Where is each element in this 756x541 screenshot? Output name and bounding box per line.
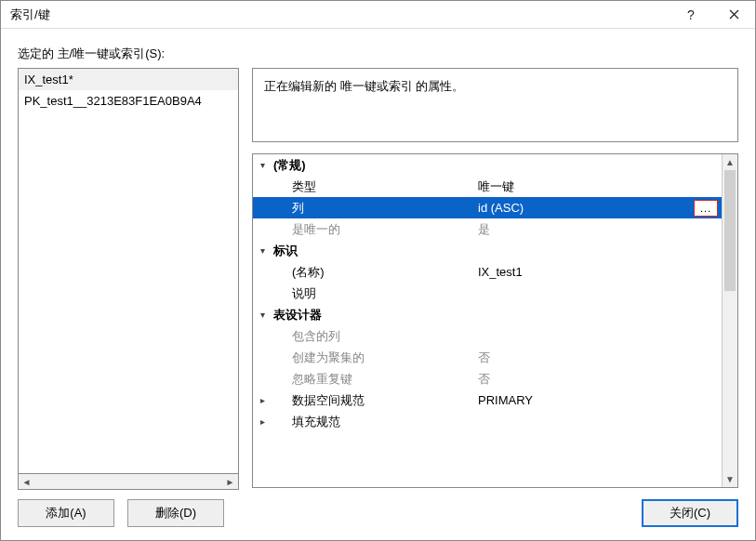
prop-row-included[interactable]: 包含的列 bbox=[253, 325, 722, 347]
prop-row-desc[interactable]: 说明 bbox=[253, 283, 722, 304]
prop-value: id (ASC) bbox=[476, 201, 694, 215]
prop-label: 填充规范 bbox=[290, 414, 476, 430]
chevron-down-icon[interactable]: ▾ bbox=[253, 310, 272, 320]
property-grid[interactable]: ▾ (常规) 类型 唯一键 列 id (ASC) bbox=[253, 154, 722, 487]
category-designer[interactable]: ▾ 表设计器 bbox=[253, 304, 722, 325]
add-button[interactable]: 添加(A) bbox=[18, 499, 114, 527]
left-button-row: 添加(A) 删除(D) bbox=[18, 499, 239, 527]
selected-label: 选定的 主/唯一键或索引(S): bbox=[18, 46, 738, 62]
prop-row-isunique[interactable]: 是唯一的 是 bbox=[253, 218, 722, 240]
prop-label: 创建为聚集的 bbox=[290, 350, 476, 366]
right-column: 正在编辑新的 唯一键或索引 的属性。 ▾ (常规) 类型 唯一键 bbox=[252, 68, 738, 527]
prop-label: 是唯一的 bbox=[290, 221, 476, 238]
help-button[interactable]: ? bbox=[670, 1, 712, 29]
scroll-thumb[interactable] bbox=[724, 170, 736, 291]
close-icon[interactable] bbox=[712, 1, 755, 29]
listbox-hscroll[interactable]: ◄ ► bbox=[18, 474, 239, 490]
prop-row-name[interactable]: (名称) IX_test1 bbox=[253, 261, 722, 283]
prop-value: PRIMARY bbox=[476, 393, 722, 407]
prop-label: (名称) bbox=[290, 264, 476, 281]
scroll-track[interactable] bbox=[723, 291, 737, 471]
close-button[interactable]: 关闭(C) bbox=[642, 499, 738, 527]
prop-row-ignoredup[interactable]: 忽略重复键 否 bbox=[253, 368, 722, 389]
prop-label: 类型 bbox=[290, 178, 476, 195]
prop-value: IX_test1 bbox=[476, 265, 722, 279]
mid-area: IX_test1* PK_test1__3213E83F1EA0B9A4 ◄ ►… bbox=[18, 68, 738, 527]
prop-value: 唯一键 bbox=[476, 178, 722, 195]
prop-value: 否 bbox=[476, 371, 722, 388]
prop-value: 否 bbox=[476, 350, 722, 366]
list-item[interactable]: PK_test1__3213E83F1EA0B9A4 bbox=[19, 90, 238, 112]
prop-row-fillspec[interactable]: ▸ 填充规范 bbox=[253, 411, 722, 432]
scroll-track[interactable] bbox=[34, 474, 222, 489]
prop-row-columns[interactable]: 列 id (ASC) ... bbox=[253, 197, 722, 218]
prop-row-dataspace[interactable]: ▸ 数据空间规范 PRIMARY bbox=[253, 389, 722, 411]
titlebar: 索引/键 ? bbox=[1, 1, 755, 29]
dialog-window: 索引/键 ? 选定的 主/唯一键或索引(S): IX_test1* PK_tes… bbox=[0, 0, 756, 541]
prop-label: 数据空间规范 bbox=[290, 392, 476, 409]
window-title: 索引/键 bbox=[10, 7, 670, 23]
prop-row-type[interactable]: 类型 唯一键 bbox=[253, 176, 722, 197]
index-listbox[interactable]: IX_test1* PK_test1__3213E83F1EA0B9A4 bbox=[18, 68, 239, 474]
property-grid-box: ▾ (常规) 类型 唯一键 列 id (ASC) bbox=[252, 153, 738, 488]
prop-label: 列 bbox=[290, 200, 476, 217]
category-general[interactable]: ▾ (常规) bbox=[253, 154, 722, 176]
scroll-left-icon[interactable]: ◄ bbox=[19, 474, 34, 489]
scroll-down-icon[interactable]: ▼ bbox=[723, 471, 737, 487]
description-text: 正在编辑新的 唯一键或索引 的属性。 bbox=[264, 79, 464, 93]
chevron-right-icon[interactable]: ▸ bbox=[253, 395, 272, 405]
delete-button[interactable]: 删除(D) bbox=[127, 499, 224, 527]
category-label: (常规) bbox=[272, 157, 458, 174]
left-column: IX_test1* PK_test1__3213E83F1EA0B9A4 ◄ ►… bbox=[18, 68, 239, 527]
ellipsis-button[interactable]: ... bbox=[694, 200, 718, 217]
scroll-right-icon[interactable]: ► bbox=[222, 474, 238, 489]
category-label: 标识 bbox=[272, 243, 458, 259]
scroll-up-icon[interactable]: ▲ bbox=[723, 154, 737, 170]
category-label: 表设计器 bbox=[272, 307, 458, 323]
prop-value: 是 bbox=[476, 221, 722, 238]
prop-label: 忽略重复键 bbox=[290, 371, 476, 388]
property-vscroll[interactable]: ▲ ▼ bbox=[722, 154, 737, 487]
prop-row-clustered[interactable]: 创建为聚集的 否 bbox=[253, 347, 722, 368]
chevron-down-icon[interactable]: ▾ bbox=[253, 245, 272, 256]
category-identity[interactable]: ▾ 标识 bbox=[253, 240, 722, 261]
list-item[interactable]: IX_test1* bbox=[19, 69, 238, 90]
chevron-right-icon[interactable]: ▸ bbox=[253, 416, 272, 427]
prop-label: 包含的列 bbox=[290, 328, 476, 345]
dialog-body: 选定的 主/唯一键或索引(S): IX_test1* PK_test1__321… bbox=[1, 29, 755, 540]
description-box: 正在编辑新的 唯一键或索引 的属性。 bbox=[252, 68, 738, 142]
chevron-down-icon[interactable]: ▾ bbox=[253, 160, 272, 170]
prop-label: 说明 bbox=[290, 285, 476, 302]
footer: 关闭(C) bbox=[252, 499, 738, 527]
